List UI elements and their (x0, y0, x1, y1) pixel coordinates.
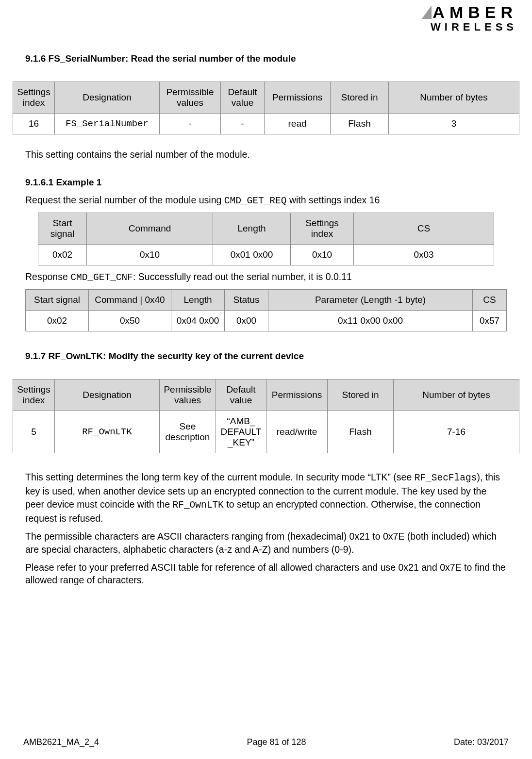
th-designation: Designation (55, 82, 160, 114)
section2-para1: This setting determines the long term ke… (25, 471, 507, 525)
request-text-part2: with settings index 16 (286, 195, 380, 205)
th-settings-index: Settings index (13, 82, 55, 114)
cell-bytes: 7-16 (394, 411, 519, 453)
cell-permissions: read/write (266, 411, 328, 453)
cell: 0x01 0x00 (213, 245, 291, 265)
request-text-part1: Request the serial number of the module … (25, 195, 224, 205)
th-bytes: Number of bytes (394, 380, 519, 411)
response-table: Start signal Command | 0x40 Length Statu… (25, 289, 507, 331)
example-heading: 9.1.6.1 Example 1 (25, 177, 507, 188)
page-footer: AMB2621_MA_2_4 Page 81 of 128 Date: 03/2… (23, 737, 509, 747)
table-header-row: Settings index Designation Permissible v… (13, 82, 519, 114)
th-start-signal: Start signal (38, 213, 87, 245)
cell-default: “AMB_ DEFAULT _KEY” (216, 411, 266, 453)
th-length: Length (213, 213, 291, 245)
table-row: 0x02 0x10 0x01 0x00 0x10 0x03 (38, 245, 494, 265)
th-permissible: Permissible values (160, 82, 221, 114)
logo-line1: AMBER (422, 3, 517, 22)
table-row: 16 FS_SerialNumber - - read Flash 3 (13, 114, 519, 134)
table-header-row: Settings index Designation Permissible v… (13, 380, 519, 411)
th-status: Status (225, 290, 268, 311)
th-permissions: Permissions (265, 82, 331, 114)
section2-para2: The permissible characters are ASCII cha… (25, 530, 507, 556)
th-start-signal: Start signal (26, 290, 89, 311)
table-header-row: Start signal Command Length Settings ind… (38, 213, 494, 245)
para1-code1: RF_SecFlags (415, 473, 477, 483)
response-cmd-code: CMD_GET_CNF (70, 272, 133, 283)
logo-slash-icon (422, 5, 432, 19)
table-header-row: Start signal Command | 0x40 Length Statu… (26, 290, 507, 311)
cell-stored-in: Flash (328, 411, 394, 453)
th-cs: CS (354, 213, 494, 245)
cell: 0x50 (89, 311, 171, 331)
request-cmd-code: CMD_GET_REQ (224, 196, 287, 206)
table-row: 5 RF_OwnLTK See description “AMB_ DEFAUL… (13, 411, 519, 453)
th-default: Default value (216, 380, 266, 411)
footer-center: Page 81 of 128 (247, 737, 306, 747)
para1-code2: RF_OwnLTK (173, 500, 224, 511)
brand-logo: AMBER WIRELESS (422, 3, 517, 33)
footer-left: AMB2621_MA_2_4 (23, 737, 99, 747)
th-command: Command | 0x40 (89, 290, 171, 311)
th-length: Length (171, 290, 225, 311)
cell-bytes: 3 (389, 114, 519, 134)
logo-line2: WIRELESS (422, 21, 517, 33)
cell-designation: FS_SerialNumber (55, 114, 160, 134)
request-text: Request the serial number of the module … (25, 194, 507, 208)
cell-index: 16 (13, 114, 55, 134)
footer-right: Date: 03/2017 (454, 737, 509, 747)
logo-amber-text: AMBER (432, 3, 517, 22)
th-parameter: Parameter (Length -1 byte) (268, 290, 473, 311)
response-text-part2: : Successfully read out the serial numbe… (133, 271, 352, 282)
th-bytes: Number of bytes (389, 82, 519, 114)
cell-designation: RF_OwnLTK (55, 411, 160, 453)
th-settings-index: Settings index (291, 213, 354, 245)
table-row: 0x02 0x50 0x04 0x00 0x00 0x11 0x00 0x00 … (26, 311, 507, 331)
cell-permissions: read (265, 114, 331, 134)
section2-para3: Please refer to your preferred ASCII tab… (25, 561, 507, 587)
cell: 0x02 (38, 245, 87, 265)
cell: 0x10 (291, 245, 354, 265)
cell-default: - (221, 114, 265, 134)
section-heading-917: 9.1.7 RF_OwnLTK: Modify the security key… (25, 351, 507, 362)
para1-part-a: This setting determines the long term ke… (25, 472, 415, 482)
th-settings-index: Settings index (13, 380, 55, 411)
cell: 0x11 0x00 0x00 (268, 311, 473, 331)
th-default: Default value (221, 82, 265, 114)
cell-permissible: See description (160, 411, 216, 453)
cell: 0x04 0x00 (171, 311, 225, 331)
th-permissible: Permissible values (160, 380, 216, 411)
cell: 0x00 (225, 311, 268, 331)
th-stored-in: Stored in (331, 82, 389, 114)
th-designation: Designation (55, 380, 160, 411)
th-stored-in: Stored in (328, 380, 394, 411)
cell: 0x57 (473, 311, 507, 331)
cell: 0x03 (354, 245, 494, 265)
cell: 0x10 (87, 245, 213, 265)
cell-stored-in: Flash (331, 114, 389, 134)
th-cs: CS (473, 290, 507, 311)
cell-index: 5 (13, 411, 55, 453)
section-heading-916: 9.1.6 FS_SerialNumber: Read the serial n… (25, 53, 507, 64)
rf-ownltk-table: Settings index Designation Permissible v… (13, 379, 519, 453)
response-text-part1: Response (25, 271, 70, 282)
th-permissions: Permissions (266, 380, 328, 411)
cell-permissible: - (160, 114, 221, 134)
request-table: Start signal Command Length Settings ind… (38, 213, 494, 265)
section-description: This setting contains the serial number … (25, 148, 507, 161)
th-command: Command (87, 213, 213, 245)
cell: 0x02 (26, 311, 89, 331)
fs-serialnumber-table: Settings index Designation Permissible v… (13, 82, 519, 134)
response-text: Response CMD_GET_CNF: Successfully read … (25, 270, 507, 284)
